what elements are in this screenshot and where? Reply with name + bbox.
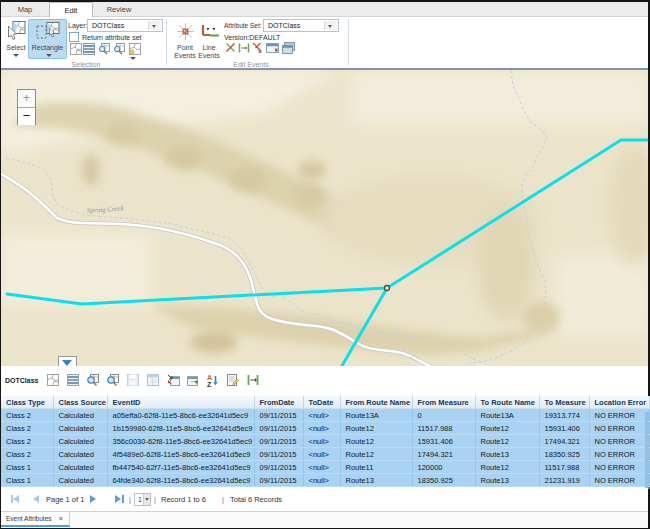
svg-text:Z: Z: [207, 381, 212, 388]
